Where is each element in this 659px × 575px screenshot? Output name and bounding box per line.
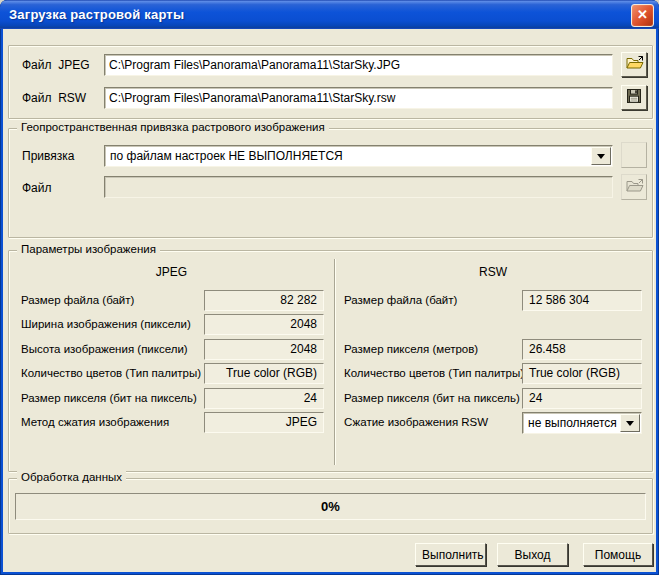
georef-file-input — [104, 176, 613, 198]
rsw-column-header: RSW — [334, 265, 652, 279]
open-folder-icon-disabled — [625, 178, 644, 197]
param-label: Размер пикселя (метров) — [344, 343, 478, 355]
param-value: 2048 — [204, 339, 324, 360]
rsw-file-input[interactable] — [104, 87, 613, 109]
progress-bar: 0% — [15, 493, 646, 520]
binding-combobox[interactable]: по файлам настроек НЕ ВЫПОЛНЯЕТСЯ — [104, 145, 613, 167]
processing-group-legend: Обработка данных — [17, 471, 126, 483]
column-divider — [334, 259, 335, 465]
image-parameters-legend: Параметры изображения — [17, 243, 160, 255]
param-label: Метод сжатия изображения — [21, 416, 169, 428]
floppy-disk-icon — [626, 88, 642, 108]
files-group: Файл JPEG Файл RSW — [8, 45, 653, 119]
param-value: 26.458 — [522, 339, 642, 360]
georeference-group-legend: Геопространственная привязка растрового … — [17, 121, 329, 133]
close-icon[interactable]: ✕ — [631, 4, 654, 27]
jpeg-column-header: JPEG — [9, 265, 334, 279]
image-parameters-group: Параметры изображения JPEG Размер файла … — [8, 250, 653, 472]
rsw-compression-value: не выполняется — [528, 416, 617, 430]
dialog-window: Загрузка растровой карты ✕ Файл JPEG Фай… — [0, 0, 659, 575]
param-value: 2048 — [204, 314, 324, 335]
progress-value: 0% — [321, 499, 340, 514]
param-value: 24 — [204, 388, 324, 409]
param-label: Размер файла (байт) — [344, 294, 457, 306]
binding-label: Привязка — [22, 149, 74, 163]
param-value: JPEG — [204, 412, 324, 433]
processing-group: Обработка данных 0% — [8, 478, 653, 534]
georef-browse-button — [621, 174, 647, 200]
param-label: Количество цветов (Тип палитры) — [344, 367, 524, 379]
param-label: Размер пикселя (бит на пиксель) — [344, 392, 520, 404]
param-value: 82 282 — [204, 290, 324, 311]
chevron-down-icon[interactable] — [591, 147, 611, 165]
rsw-save-button[interactable] — [621, 85, 647, 110]
jpeg-browse-button[interactable] — [621, 52, 647, 77]
chevron-down-icon[interactable] — [620, 414, 640, 432]
param-value: True color (RGB) — [204, 363, 324, 384]
param-label: Количество цветов (Тип палитры) — [21, 367, 201, 379]
param-label: Размер пикселя (бит на пиксель) — [21, 392, 197, 404]
jpeg-file-label: Файл JPEG — [22, 58, 90, 72]
execute-button[interactable]: Выполнить — [415, 543, 486, 566]
open-folder-icon — [625, 55, 644, 74]
param-value: 24 — [522, 388, 642, 409]
rsw-compression-combobox[interactable]: не выполняется — [522, 412, 642, 434]
rsw-file-label: Файл RSW — [22, 91, 86, 105]
param-label: Размер файла (байт) — [21, 294, 134, 306]
rsw-compression-label: Сжатие изображения RSW — [344, 416, 488, 428]
window-title: Загрузка растровой карты — [0, 7, 184, 22]
georef-file-label: Файл — [22, 181, 52, 195]
param-value: 12 586 304 — [522, 290, 642, 311]
binding-combobox-value: по файлам настроек НЕ ВЫПОЛНЯЕТСЯ — [110, 149, 343, 163]
georeference-group: Геопространственная привязка растрового … — [8, 128, 653, 238]
param-label: Ширина изображения (пиксели) — [21, 318, 191, 330]
title-bar: Загрузка растровой карты ✕ — [0, 0, 659, 29]
param-value: True color (RGB) — [522, 363, 642, 384]
exit-button[interactable]: Выход — [497, 543, 568, 566]
binding-extra-button — [621, 142, 647, 168]
jpeg-file-input[interactable] — [104, 54, 613, 76]
param-label: Высота изображения (пиксели) — [21, 343, 188, 355]
help-button[interactable]: Помощь — [583, 543, 653, 566]
dialog-body: Файл JPEG Файл RSW — [3, 29, 656, 572]
